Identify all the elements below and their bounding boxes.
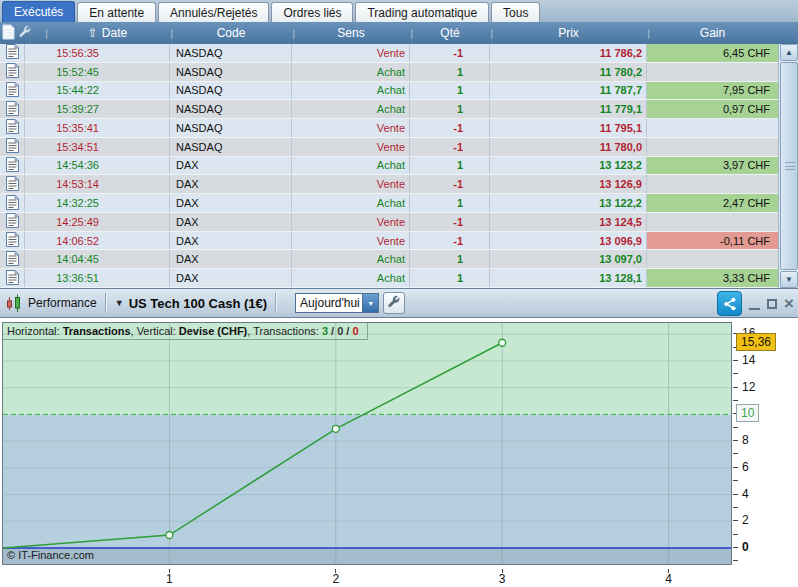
order-details-button[interactable] [0, 157, 25, 175]
order-time: 14:06:52 [25, 232, 170, 250]
wrench-icon[interactable] [18, 25, 32, 42]
column-header-sens[interactable]: Sens [292, 22, 410, 44]
separator [105, 293, 107, 313]
table-row[interactable]: 14:06:52 DAX Vente -1 13 096,9 -0,11 CHF [0, 232, 778, 251]
table-row[interactable]: 14:04:45 DAX Achat 1 13 097,0 [0, 250, 778, 269]
order-quantity: -1 [410, 232, 490, 250]
order-details-button[interactable] [0, 82, 25, 100]
close-button[interactable]: × [784, 299, 794, 309]
order-quantity: -1 [410, 44, 490, 62]
column-header-prix[interactable]: Prix [490, 22, 647, 44]
order-quantity: 1 [410, 269, 490, 287]
order-price: 13 097,0 [490, 250, 647, 268]
order-gain: 3,97 CHF [647, 157, 778, 175]
order-price: 11 786,2 [490, 44, 647, 62]
order-price: 11 787,7 [490, 82, 647, 100]
order-details-button[interactable] [0, 100, 25, 118]
table-row[interactable]: 14:32:25 DAX Achat 1 13 122,2 2,47 CHF [0, 194, 778, 213]
period-select[interactable]: Aujourd'hui ▼ [295, 293, 379, 313]
order-details-button[interactable] [0, 175, 25, 193]
order-side: Vente [292, 138, 410, 156]
chart-settings-button[interactable] [383, 292, 405, 314]
share-button[interactable] [717, 291, 742, 316]
order-side: Vente [292, 175, 410, 193]
table-scrollbar[interactable]: ▲ ▼ [778, 44, 798, 288]
order-gain [647, 175, 778, 193]
order-gain [647, 138, 778, 156]
document-icon[interactable] [2, 24, 15, 43]
order-time: 13:36:51 [25, 269, 170, 287]
table-row[interactable]: 15:34:51 NASDAQ Vente -1 11 780,0 [0, 138, 778, 157]
document-icon [6, 138, 19, 155]
share-icon [722, 296, 738, 312]
column-header-qte[interactable]: Qté [410, 22, 490, 44]
order-gain: 6,45 CHF [647, 44, 778, 62]
order-price: 13 128,1 [490, 269, 647, 287]
order-time: 15:35:41 [25, 119, 170, 137]
tab-en-attente[interactable]: En attente [77, 2, 156, 22]
order-price: 11 795,1 [490, 119, 647, 137]
document-icon [6, 157, 19, 174]
performance-panel-header: Performance ▼ US Tech 100 Cash (1€) Aujo… [0, 288, 798, 318]
chevron-down-icon[interactable]: ▼ [362, 294, 378, 312]
column-header-gain[interactable]: Gain [647, 22, 778, 44]
table-row[interactable]: 15:39:27 NASDAQ Achat 1 11 779,1 0,97 CH… [0, 100, 778, 119]
instrument-selector[interactable]: ▼ US Tech 100 Cash (1€) [115, 296, 267, 311]
order-price: 11 780,2 [490, 63, 647, 81]
document-icon [6, 232, 19, 249]
order-code: DAX [170, 250, 292, 268]
tab-ordres-lies[interactable]: Ordres liés [271, 2, 353, 22]
table-row[interactable]: 14:25:49 DAX Vente -1 13 124,5 [0, 213, 778, 232]
order-details-button[interactable] [0, 119, 25, 137]
order-code: NASDAQ [170, 119, 292, 137]
period-value: Aujourd'hui [300, 296, 360, 310]
order-details-button[interactable] [0, 232, 25, 250]
table-row[interactable]: 15:35:41 NASDAQ Vente -1 11 795,1 [0, 119, 778, 138]
order-time: 14:54:36 [25, 157, 170, 175]
tab-tous[interactable]: Tous [491, 2, 540, 22]
table-row[interactable]: 13:36:51 DAX Achat 1 13 128,1 3,33 CHF [0, 269, 778, 288]
arrow-down-icon: ▼ [785, 275, 793, 284]
order-details-button[interactable] [0, 250, 25, 268]
chart-legend: Horizontal: Transactions, Vertical: Devi… [3, 323, 368, 340]
table-row[interactable]: 14:54:36 DAX Achat 1 13 123,2 3,97 CHF [0, 157, 778, 176]
losing-trades-count: 0 [352, 325, 358, 337]
scroll-up-button[interactable]: ▲ [780, 44, 798, 61]
minimize-button[interactable] [749, 298, 760, 310]
order-details-button[interactable] [0, 44, 25, 62]
column-header-date[interactable]: ⇧ Date [45, 22, 170, 44]
table-row[interactable]: 14:53:14 DAX Vente -1 13 126,9 [0, 175, 778, 194]
order-side: Achat [292, 100, 410, 118]
order-quantity: 1 [410, 157, 490, 175]
table-row[interactable]: 15:52:45 NASDAQ Achat 1 11 780,2 [0, 63, 778, 82]
order-price: 13 126,9 [490, 175, 647, 193]
document-icon [6, 195, 19, 212]
tab-trading-automatique[interactable]: Trading automatique [355, 2, 489, 22]
order-quantity: -1 [410, 119, 490, 137]
order-code: NASDAQ [170, 44, 292, 62]
order-side: Vente [292, 232, 410, 250]
column-header-code[interactable]: Code [170, 22, 292, 44]
order-time: 14:32:25 [25, 194, 170, 212]
order-time: 15:39:27 [25, 100, 170, 118]
tab-executes[interactable]: Exécutés [2, 1, 75, 22]
order-details-button[interactable] [0, 213, 25, 231]
order-details-button[interactable] [0, 269, 25, 287]
maximize-button[interactable] [767, 299, 777, 309]
order-details-button[interactable] [0, 194, 25, 212]
scrollbar-thumb[interactable] [780, 62, 798, 270]
order-gain: 7,95 CHF [647, 82, 778, 100]
order-details-button[interactable] [0, 63, 25, 81]
tab-annules-rejetes[interactable]: Annulés/Rejetés [158, 2, 269, 22]
order-details-button[interactable] [0, 138, 25, 156]
table-row[interactable]: 15:56:35 NASDAQ Vente -1 11 786,2 6,45 C… [0, 44, 778, 63]
document-icon [6, 251, 19, 268]
order-side: Achat [292, 157, 410, 175]
order-price: 13 124,5 [490, 213, 647, 231]
order-code: NASDAQ [170, 100, 292, 118]
table-row[interactable]: 15:44:22 NASDAQ Achat 1 11 787,7 7,95 CH… [0, 82, 778, 101]
scroll-down-button[interactable]: ▼ [780, 271, 798, 288]
order-quantity: 1 [410, 250, 490, 268]
order-price: 13 122,2 [490, 194, 647, 212]
last-value-label: 15,36 [736, 333, 776, 351]
